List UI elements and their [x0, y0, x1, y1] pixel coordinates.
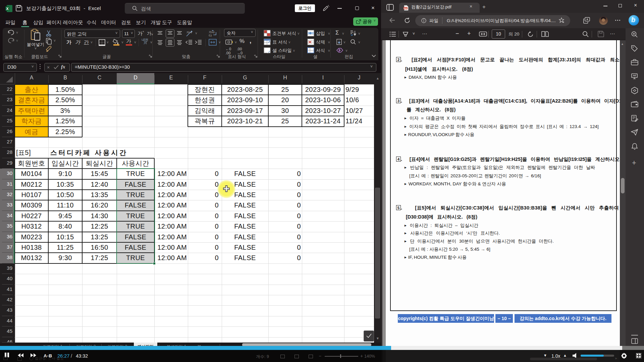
- svg-text:가나: 가나: [186, 31, 192, 34]
- svg-text:PDF: PDF: [404, 7, 407, 9]
- svg-text:가나: 가나: [209, 31, 215, 34]
- svg-text:다: 다: [209, 34, 212, 37]
- svg-text:X: X: [6, 7, 9, 11]
